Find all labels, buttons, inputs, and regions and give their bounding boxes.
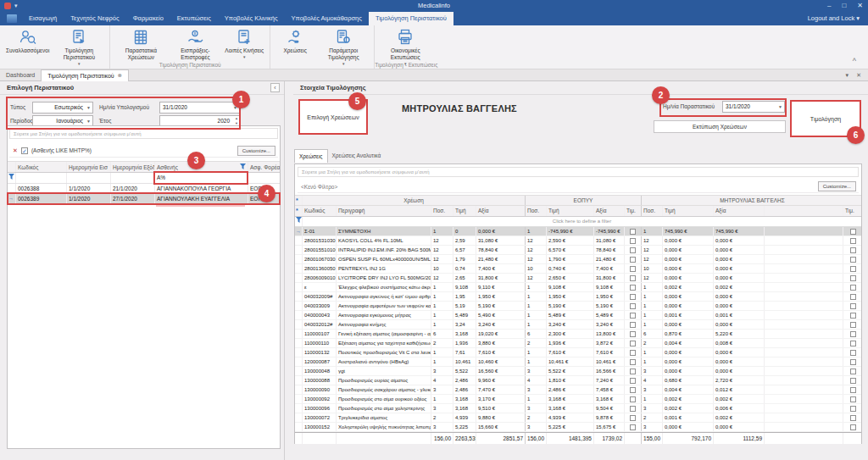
invoice-checkbox[interactable] [850,396,856,402]
invoice-checkbox[interactable] [850,369,856,374]
menu-tab-ektyposeis[interactable]: Εκτυπώσεις [170,12,218,25]
column-header-axia[interactable]: Αξία [714,206,765,216]
invoice-checkbox[interactable] [850,322,856,328]
charge-row[interactable]: →Σ-01ΣΥΜΜΕΤΟΧΗ100,000 €1-745,990 €-745,9… [295,227,861,236]
menu-tab-ypovoles-aimokatharsis[interactable]: Υποβολές Αιμοκάθαρσης [285,12,369,25]
invoice-checkbox[interactable] [630,303,636,309]
invoice-checkbox[interactable] [850,266,856,272]
column-header-timi[interactable]: Τιμή [663,206,714,216]
invoice-checkbox[interactable] [630,387,636,393]
charge-row[interactable]: 130000048γgt35,52216,560 €35,522 €16,566… [295,367,861,376]
group-by-hint-bar[interactable]: Σύρετε μια Στήλη για να ομαδοποιήσετε σύ… [298,167,859,177]
menu-tab-farmakeio[interactable]: Φαρμακείο [126,12,170,25]
charge-row[interactable]: 110000132Ποσοτικός προσδιορισμός Vit C σ… [295,348,861,357]
charge-row[interactable]: 130000072Τριγλυκερίδια αίματος24,9399,88… [295,413,861,423]
column-header-imerominia-eis[interactable]: Ημερομηνία Εισ [67,162,111,172]
invoice-checkbox[interactable] [850,424,856,430]
charge-row[interactable]: 2800106703014OSPEN SUSP FL 60MLx400000UN… [295,255,861,264]
charge-row[interactable]: 2800600901015LYCITROPE DRY INJ LYO FL 50… [295,274,861,283]
column-header-pos[interactable]: Ποσ. [526,206,547,216]
menu-tab-eisagogi[interactable]: Εισαγωγή [22,12,64,25]
band-header-eopyy[interactable]: ΕΟΠΥΥ [526,196,642,205]
menu-tab-texnitos-nefros[interactable]: Τεχνητός Νεφρός [64,12,125,25]
customize-filter-button[interactable]: Customize... [237,146,275,156]
filter-enabled-checkbox[interactable]: ✓ [21,147,28,154]
ribbon-item-timologisi-peristatikou[interactable]: Τιμολόγηση Περιστατικού ▾ [52,27,106,67]
invoice-checkbox[interactable] [630,322,636,328]
charge-row[interactable]: 110000110Εξέταση αίματος για ταχύτητα κα… [295,339,861,348]
invoice-checkbox[interactable] [850,415,856,421]
define-filter-hint[interactable]: Click here to define a filter [303,217,861,226]
column-header-tim[interactable]: Τιμ. [843,206,863,216]
invoice-checkbox[interactable] [630,378,636,384]
invoice-checkbox[interactable] [850,406,856,412]
file-menu-icon[interactable] [7,14,17,23]
invoice-checkbox[interactable] [630,247,636,253]
invoice-checkbox[interactable] [630,396,636,402]
ribbon-item-eispraxeis-epistrofes[interactable]: Εισπράξεις-Επιστροφές [168,27,222,62]
ribbon-item-synallassomenoi[interactable]: Συναλλασσόμενοι [3,27,52,55]
invoice-checkbox[interactable] [850,285,856,291]
invoice-checkbox[interactable] [850,238,856,244]
invoice-checkbox[interactable] [630,331,636,337]
invoice-checkbox[interactable] [850,275,856,281]
column-header-timi[interactable]: Τιμή [547,206,594,216]
maximize-button[interactable]: □ [842,0,846,12]
charge-row[interactable]: εΈλεγχος φλεβικού συστήματος κάτω άκρων … [295,283,861,292]
tab-xreoseis[interactable]: Χρεώσεις [294,149,328,163]
filter-cell[interactable] [248,173,280,183]
column-header-kodikos[interactable]: Κωδικός [303,206,337,216]
charge-row[interactable]: 130000090Προσδιορισμός σακχάρου αίματος … [295,385,861,395]
invoice-checkbox[interactable] [850,294,856,300]
menu-tab-timologisi-peristatikou[interactable]: Τιμολόγηση Περιστατικού [369,12,453,25]
column-header-pos[interactable]: Ποσ. [642,206,663,216]
invoice-checkbox[interactable] [850,378,856,384]
ribbon-item-xreoseis[interactable]: Χρεώσεις [274,27,316,55]
filter-cell[interactable] [16,173,67,183]
invoice-checkbox[interactable] [850,229,856,235]
invoice-checkbox[interactable] [630,415,636,421]
column-header-imerominia-exodou[interactable]: Ημερομηνία Εξόδου [111,162,155,172]
column-header-kodikos[interactable]: Κωδικός [16,162,67,172]
column-header-asf-foreas[interactable]: Ασφ. Φορέας [248,162,280,172]
ribbon-item-loipes-kiniseis[interactable]: Λοιπές Κινήσεις ▾ [222,27,266,60]
close-tab-icon[interactable]: ⊗ [118,70,122,81]
menu-tab-ypovoles-klinikis[interactable]: Υποβολές Κλινικής [218,12,285,25]
charge-row[interactable]: 130000096Προσδιορισμός στο αίμα χοληστερ… [295,404,861,413]
charge-row[interactable]: 040000043Ακτινογραφία εγκύμονος μήτρας15… [295,311,861,320]
band-header-payer[interactable]: ΜΗΤΡΟΥΛΙΑΣ ΒΑΓΓΕΛΗΣ [642,196,863,205]
invoice-checkbox[interactable] [630,359,636,365]
column-header-timi[interactable]: Τιμή [453,206,476,216]
tab-xreoseis-analytika[interactable]: Χρεώσεις Αναλυτικά [328,149,386,163]
tab-timologisi-peristatikou[interactable]: Τιμολόγηση Περιστατικού ⊗ [41,69,128,81]
clear-filter-icon[interactable]: ✕ [9,147,18,154]
invoice-checkbox[interactable] [850,303,856,309]
invoice-checkbox[interactable] [850,313,856,319]
collapse-panel-icon[interactable]: ‹ [270,83,280,92]
invoice-checkbox[interactable] [630,257,636,263]
invoice-checkbox[interactable] [630,369,636,374]
charge-row[interactable]: 130000088Προσδιορισμός ουρίας αίματος42,… [295,376,861,385]
ribbon-item-oikonomikes-ektyposeis[interactable]: Οικονομικές Εκτυπώσεις ▾ [378,27,432,67]
invoice-checkbox[interactable] [630,229,636,235]
filter-cell[interactable] [67,173,111,183]
empty-filter-label[interactable]: <Κενό Φίλτρο> [298,184,337,190]
charge-row[interactable]: 040032009#Ακτινογραφία αγκώνος ή κατ' ώμ… [295,292,861,302]
filter-funnel-icon[interactable] [8,173,16,183]
invoice-checkbox[interactable] [630,424,636,430]
charge-row[interactable]: 2800155101069INTRALIPID INJ.EM.INF. 20% … [295,246,861,255]
print-charges-button[interactable]: Εκτύπωση Χρεώσεων [654,120,786,133]
invoice-checkbox[interactable] [630,350,636,356]
ribbon-item-parametroi-timologisis[interactable]: Παράμετροι Τιμολόγησης ▾ [316,27,370,67]
invoice-checkbox[interactable] [850,359,856,365]
filter-funnel-icon[interactable] [295,217,303,226]
invoice-checkbox[interactable] [630,294,636,300]
invoice-checkbox[interactable] [630,266,636,272]
close-tab-group-icon[interactable]: ✕ [856,69,861,80]
charge-row[interactable]: 2800153103010KAOSYL COLL 4% FL.10ML122,5… [295,236,861,246]
close-button[interactable]: ✕ [857,0,863,12]
column-header-tim[interactable]: Τιμ. [625,206,642,216]
define-filter-row[interactable]: Click here to define a filter [295,217,861,227]
ribbon-item-parastatika-xreoseon[interactable]: Παραστατικά Χρεώσεων [114,27,168,62]
invoice-checkbox[interactable] [630,406,636,412]
